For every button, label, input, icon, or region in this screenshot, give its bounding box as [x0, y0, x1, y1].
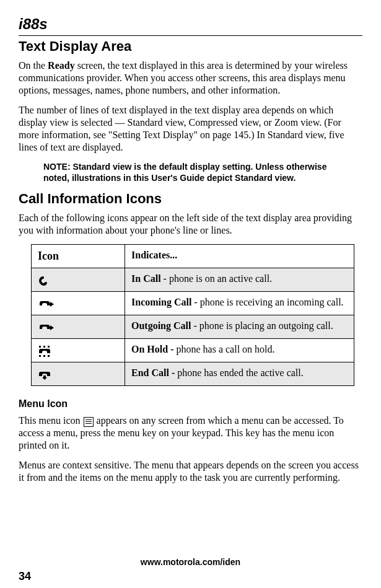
product-logo: i88s	[19, 15, 48, 33]
paragraph-menu-icon: This menu icon appears on any screen fro…	[19, 415, 362, 452]
table-row: On Hold - phone has a call on hold.	[32, 339, 354, 362]
heading-menu-icon: Menu Icon	[19, 398, 362, 410]
note-text: Standard view is the default display set…	[43, 162, 326, 183]
icon-table: Icon Indicates... In Call - phone is on …	[31, 244, 354, 386]
note-standard-view: NOTE: Standard view is the default displ…	[43, 161, 350, 183]
table-row: Outgoing Call - phone is placing an outg…	[32, 315, 354, 339]
header-icon: Icon	[32, 245, 125, 268]
logo-text: i88s	[19, 15, 48, 32]
incoming-call-icon	[32, 292, 125, 315]
paragraph-ready-screen: On the Ready screen, the text displayed …	[19, 59, 362, 97]
note-label: NOTE:	[43, 162, 71, 172]
on-hold-icon	[32, 339, 125, 362]
outgoing-call-icon	[32, 315, 125, 339]
in-call-desc: In Call - phone is on an active call.	[125, 268, 354, 292]
on-hold-desc: On Hold - phone has a call on hold.	[125, 339, 354, 362]
divider	[19, 35, 362, 36]
table-row: Incoming Call - phone is receiving an in…	[32, 292, 354, 315]
svg-rect-0	[39, 346, 41, 348]
heading-text-display-area: Text Display Area	[19, 38, 362, 55]
paragraph-call-info-intro: Each of the following icons appear on th…	[19, 212, 362, 237]
paragraph-line-count: The number of lines of text displayed in…	[19, 104, 362, 154]
table-header-row: Icon Indicates...	[32, 245, 354, 268]
svg-rect-2	[48, 346, 50, 348]
svg-rect-4	[43, 355, 45, 357]
end-call-desc: End Call - phone has ended the active ca…	[125, 362, 354, 386]
menu-list-icon	[84, 417, 94, 427]
end-call-icon	[32, 362, 125, 386]
svg-rect-1	[43, 346, 45, 348]
svg-rect-3	[39, 355, 41, 357]
incoming-call-desc: Incoming Call - phone is receiving an in…	[125, 292, 354, 315]
paragraph-context-menus: Menus are context sensitive. The menu th…	[19, 459, 362, 484]
svg-rect-5	[48, 355, 50, 357]
header-indicates: Indicates...	[125, 245, 354, 268]
footer-url: www.motorola.com/iden	[0, 557, 381, 567]
outgoing-call-desc: Outgoing Call - phone is placing an outg…	[125, 315, 354, 339]
in-call-icon	[32, 268, 125, 292]
page-number: 34	[19, 570, 31, 583]
heading-call-info-icons: Call Information Icons	[19, 191, 362, 207]
table-row: End Call - phone has ended the active ca…	[32, 362, 354, 386]
table-row: In Call - phone is on an active call.	[32, 268, 354, 292]
